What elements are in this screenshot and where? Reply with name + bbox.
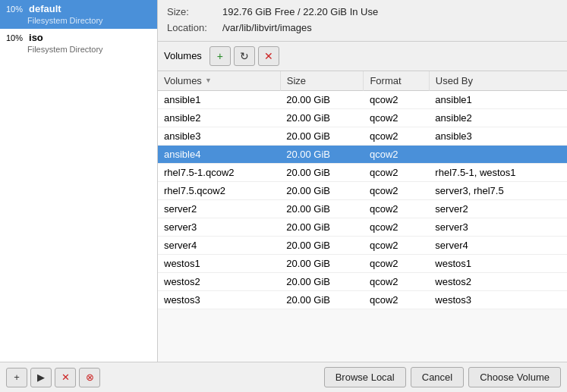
add-pool-button[interactable]: + xyxy=(6,368,27,387)
col-header-volumes[interactable]: Volumes ▼ xyxy=(158,71,280,91)
cell-volumes: ansible3 xyxy=(158,127,280,145)
add-volume-button[interactable]: + xyxy=(209,46,231,66)
cell-volumes: westos1 xyxy=(158,254,280,272)
sidebar-percent: 10% xyxy=(6,5,23,14)
table-row[interactable]: ansible1 20.00 GiB qcow2 ansible1 xyxy=(158,90,567,108)
cell-format: qcow2 xyxy=(364,90,429,108)
size-label: Size: xyxy=(167,5,216,20)
table-header-row: Volumes ▼ Size Format Used By xyxy=(158,71,567,91)
volumes-label: Volumes xyxy=(164,50,202,61)
cell-volumes: ansible4 xyxy=(158,145,280,163)
cell-format: qcow2 xyxy=(364,163,429,181)
cell-size: 20.00 GiB xyxy=(280,127,364,145)
cell-format: qcow2 xyxy=(364,181,429,199)
cell-volumes: ansible2 xyxy=(158,108,280,127)
cell-size: 20.00 GiB xyxy=(280,181,364,199)
cell-format: qcow2 xyxy=(364,199,429,218)
cell-size: 20.00 GiB xyxy=(280,290,364,309)
table-row[interactable]: rhel7.5.qcow2 20.00 GiB qcow2 server3, r… xyxy=(158,181,567,199)
cell-used-by: westos3 xyxy=(429,290,567,309)
storage-pool-sidebar: 10% default Filesystem Directory 10% iso… xyxy=(0,0,158,362)
cell-size: 20.00 GiB xyxy=(280,145,364,163)
cell-size: 20.00 GiB xyxy=(280,272,364,290)
cell-used-by: westos1 xyxy=(429,254,567,272)
cell-size: 20.00 GiB xyxy=(280,199,364,218)
table-row[interactable]: server3 20.00 GiB qcow2 server3 xyxy=(158,218,567,236)
table-row[interactable]: server4 20.00 GiB qcow2 server4 xyxy=(158,236,567,254)
volumes-table-container: Volumes ▼ Size Format Used By xyxy=(158,71,567,362)
table-row[interactable]: westos3 20.00 GiB qcow2 westos3 xyxy=(158,290,567,309)
cell-format: qcow2 xyxy=(364,145,429,163)
table-row[interactable]: westos1 20.00 GiB qcow2 westos1 xyxy=(158,254,567,272)
cell-volumes: server3 xyxy=(158,218,280,236)
cell-volumes: rhel7.5-1.qcow2 xyxy=(158,163,280,181)
cell-used-by: server2 xyxy=(429,199,567,218)
cell-used-by: ansible2 xyxy=(429,108,567,127)
cell-volumes: server4 xyxy=(158,236,280,254)
refresh-volumes-button[interactable]: ↻ xyxy=(234,46,255,66)
cell-size: 20.00 GiB xyxy=(280,90,364,108)
cell-used-by xyxy=(429,145,567,163)
browse-local-button[interactable]: Browse Local xyxy=(324,367,406,387)
cell-volumes: westos3 xyxy=(158,290,280,309)
stop-pool-button[interactable]: ⊗ xyxy=(79,368,100,387)
size-value: 192.76 GiB Free / 22.20 GiB In Use xyxy=(222,5,378,20)
location-value: /var/lib/libvirt/images xyxy=(222,20,312,36)
cell-format: qcow2 xyxy=(364,254,429,272)
info-bar: Size: 192.76 GiB Free / 22.20 GiB In Use… xyxy=(158,0,567,42)
table-row[interactable]: rhel7.5-1.qcow2 20.00 GiB qcow2 rhel7.5-… xyxy=(158,163,567,181)
cell-used-by: server3, rhel7.5 xyxy=(429,181,567,199)
cell-size: 20.00 GiB xyxy=(280,163,364,181)
choose-volume-button[interactable]: Choose Volume xyxy=(468,367,561,387)
cell-format: qcow2 xyxy=(364,108,429,127)
cell-used-by: westos2 xyxy=(429,272,567,290)
cell-used-by: rhel7.5-1, westos1 xyxy=(429,163,567,181)
bottom-right-controls: Browse Local Cancel Choose Volume xyxy=(324,367,561,387)
cell-format: qcow2 xyxy=(364,272,429,290)
sidebar-item-sub: Filesystem Directory xyxy=(27,45,103,54)
table-row[interactable]: ansible4 20.00 GiB qcow2 xyxy=(158,145,567,163)
cell-used-by: ansible1 xyxy=(429,90,567,108)
sort-arrow-volumes: ▼ xyxy=(205,77,212,84)
cell-format: qcow2 xyxy=(364,290,429,309)
col-header-size[interactable]: Size xyxy=(280,71,364,91)
sidebar-item-sub: Filesystem Directory xyxy=(27,16,103,25)
bottom-bar: + ▶ ✕ ⊗ Browse Local Cancel Choose Volum… xyxy=(0,362,567,392)
sidebar-item-iso[interactable]: 10% iso Filesystem Directory xyxy=(0,29,157,58)
cell-size: 20.00 GiB xyxy=(280,108,364,127)
cell-size: 20.00 GiB xyxy=(280,254,364,272)
sidebar-item-name: iso xyxy=(29,32,43,43)
right-panel: Size: 192.76 GiB Free / 22.20 GiB In Use… xyxy=(158,0,567,362)
sidebar-item-name: default xyxy=(29,3,61,14)
cell-volumes: ansible1 xyxy=(158,90,280,108)
volumes-table: Volumes ▼ Size Format Used By xyxy=(158,71,567,309)
cell-used-by: server4 xyxy=(429,236,567,254)
remove-pool-button[interactable]: ✕ xyxy=(55,368,76,387)
sidebar-percent: 10% xyxy=(6,33,23,42)
cell-volumes: server2 xyxy=(158,199,280,218)
location-label: Location: xyxy=(167,20,216,36)
cell-size: 20.00 GiB xyxy=(280,218,364,236)
col-header-used-by[interactable]: Used By xyxy=(429,71,567,91)
cell-format: qcow2 xyxy=(364,236,429,254)
cell-format: qcow2 xyxy=(364,218,429,236)
table-row[interactable]: ansible3 20.00 GiB qcow2 ansible3 xyxy=(158,127,567,145)
table-row[interactable]: westos2 20.00 GiB qcow2 westos2 xyxy=(158,272,567,290)
cell-volumes: rhel7.5.qcow2 xyxy=(158,181,280,199)
col-header-format[interactable]: Format xyxy=(364,71,429,91)
cell-volumes: westos2 xyxy=(158,272,280,290)
cell-size: 20.00 GiB xyxy=(280,236,364,254)
cell-used-by: server3 xyxy=(429,218,567,236)
cell-used-by: ansible3 xyxy=(429,127,567,145)
play-pool-button[interactable]: ▶ xyxy=(30,368,52,387)
table-row[interactable]: server2 20.00 GiB qcow2 server2 xyxy=(158,199,567,218)
delete-volume-button[interactable]: ✕ xyxy=(258,46,279,66)
table-row[interactable]: ansible2 20.00 GiB qcow2 ansible2 xyxy=(158,108,567,127)
sidebar-item-default[interactable]: 10% default Filesystem Directory xyxy=(0,0,157,29)
cell-format: qcow2 xyxy=(364,127,429,145)
bottom-left-controls: + ▶ ✕ ⊗ xyxy=(6,368,321,387)
volumes-toolbar: Volumes + ↻ ✕ xyxy=(158,42,567,71)
cancel-button[interactable]: Cancel xyxy=(411,367,464,387)
